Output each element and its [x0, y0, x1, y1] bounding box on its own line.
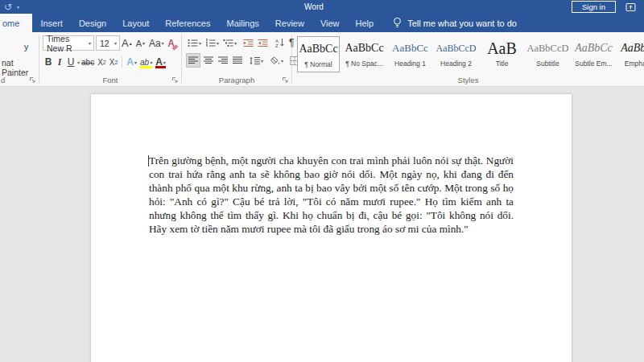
font-color-button[interactable]: A▾: [154, 55, 167, 69]
tab-view[interactable]: View: [312, 14, 348, 32]
ribbon-home: y nat Painter d Times New R ▾ 12 ▾ A▲ A▼…: [0, 32, 644, 87]
clear-formatting-button[interactable]: A: [166, 36, 177, 51]
line-spacing-button[interactable]: ▾: [248, 53, 265, 68]
paragraph-dialog-launcher-icon[interactable]: [282, 76, 289, 84]
chevron-down-icon: ▾: [86, 40, 93, 46]
chevron-down-icon: ▾: [112, 40, 119, 46]
chevron-down-icon: ▾: [217, 40, 219, 46]
tab-home[interactable]: ome: [0, 14, 32, 32]
ribbon-display-options-icon[interactable]: [625, 2, 636, 12]
paragraph-group-label: Paragraph: [182, 76, 291, 84]
style-normal[interactable]: AaBbCc ¶ Normal: [297, 36, 340, 72]
decrease-indent-button[interactable]: [242, 35, 255, 50]
chevron-down-icon: ▾: [199, 40, 201, 46]
quick-access-toolbar: ↺ ▾: [0, 2, 56, 12]
shading-button[interactable]: ▾: [268, 53, 285, 68]
superscript-button[interactable]: X2: [108, 55, 120, 69]
style-label: Subtitle: [526, 60, 569, 68]
subscript-button[interactable]: X2: [96, 55, 108, 69]
style-preview: AaBbCc: [389, 39, 431, 58]
document-page[interactable]: Trên giường bệnh, một người cha khuyên c…: [91, 94, 572, 362]
styles-group-label: Styles: [292, 76, 644, 84]
undo-icon[interactable]: ↺: [4, 2, 12, 12]
chevron-down-icon: ▾: [163, 60, 166, 65]
style-preview: AaBbCcD: [526, 39, 569, 58]
tab-layout[interactable]: Layout: [114, 14, 157, 32]
tab-review[interactable]: Review: [267, 14, 312, 32]
customize-qat-caret-icon[interactable]: ▾: [17, 4, 19, 10]
style-label: Subtle Em...: [572, 60, 615, 68]
font-name-combobox[interactable]: Times New R ▾: [43, 35, 94, 51]
style-subtitle[interactable]: AaBbCcD Subtitle: [526, 36, 569, 72]
multilevel-list-button[interactable]: ▾: [221, 35, 238, 50]
style-preview: AaBbCc: [298, 39, 339, 59]
font-dialog-launcher-icon[interactable]: [171, 76, 179, 84]
text-effects-button[interactable]: A▾: [125, 55, 138, 69]
group-paragraph: ▾ ▾ ▾ AZ ¶: [182, 32, 291, 86]
style-preview: AaBbCc: [572, 39, 615, 58]
align-left-button[interactable]: [186, 53, 200, 68]
style-preview: AaBbCc: [618, 39, 644, 58]
title-bar: ↺ ▾ Word Sign in: [0, 0, 644, 14]
sort-button[interactable]: AZ: [274, 35, 287, 50]
tab-mailings[interactable]: Mailings: [218, 14, 266, 32]
clipboard-dialog-launcher-icon[interactable]: [29, 76, 36, 84]
ribbon-tab-bar: ome Insert Design Layout References Mail…: [0, 14, 644, 32]
style-label: Heading 1: [389, 60, 431, 68]
change-case-button[interactable]: Aa▾: [147, 36, 166, 51]
copy-button[interactable]: y: [24, 42, 28, 51]
tab-insert[interactable]: Insert: [32, 14, 71, 32]
style-subtle-emphasis[interactable]: AaBbCc Subtle Em...: [572, 36, 615, 72]
tell-me-box[interactable]: Tell me what you want to do: [393, 14, 517, 32]
tell-me-label: Tell me what you want to do: [407, 19, 517, 28]
font-name-value: Times New R: [47, 34, 86, 53]
style-no-spacing[interactable]: AaBbCc ¶ No Spac...: [343, 36, 386, 72]
align-center-button[interactable]: [202, 53, 215, 68]
chevron-down-icon: ▾: [281, 58, 283, 64]
document-paragraph[interactable]: Trên giường bệnh, một người cha khuyên c…: [149, 154, 514, 236]
bold-button[interactable]: B: [43, 55, 54, 69]
style-preview: AaBbCcD: [435, 39, 477, 58]
style-heading-2[interactable]: AaBbCcD Heading 2: [435, 36, 477, 72]
document-area: Trên giường bệnh, một người cha khuyên c…: [0, 87, 644, 362]
style-preview: AaBbCc: [343, 39, 386, 58]
font-group-label: Font: [39, 76, 181, 84]
style-label: Title: [481, 60, 523, 68]
chevron-down-icon: ▾: [261, 58, 263, 64]
svg-text:A: A: [275, 39, 279, 43]
grow-font-button[interactable]: A▲: [120, 36, 134, 51]
tab-help[interactable]: Help: [348, 14, 382, 32]
justify-button[interactable]: [231, 53, 244, 68]
sign-in-button[interactable]: Sign in: [572, 1, 616, 13]
shrink-font-button[interactable]: A▼: [134, 36, 147, 51]
strikethrough-button[interactable]: abc: [80, 55, 96, 69]
chevron-down-icon: ▾: [162, 40, 164, 46]
style-label: Emphasis: [618, 60, 644, 68]
style-emphasis[interactable]: AaBbCc Emphasis: [618, 36, 644, 72]
style-preview: AaB: [481, 39, 523, 58]
increase-indent-button[interactable]: [256, 35, 270, 50]
app-title: Word: [56, 2, 572, 11]
chevron-down-icon: ▾: [150, 60, 152, 65]
tab-references[interactable]: References: [157, 14, 218, 32]
style-title[interactable]: AaB Title: [481, 36, 523, 72]
highlight-color-button[interactable]: ab▾: [138, 55, 154, 69]
group-clipboard: y nat Painter d: [0, 32, 39, 86]
font-size-combobox[interactable]: 12 ▾: [96, 35, 120, 51]
numbering-button[interactable]: ▾: [204, 35, 221, 50]
style-label: ¶ Normal: [298, 60, 339, 68]
group-font: Times New R ▾ 12 ▾ A▲ A▼ Aa▾ A B I U ▾ a…: [39, 32, 181, 86]
style-label: ¶ No Spac...: [343, 60, 386, 68]
underline-button[interactable]: U: [65, 55, 76, 69]
bullets-button[interactable]: ▾: [186, 35, 203, 50]
tab-design[interactable]: Design: [71, 14, 114, 32]
style-heading-1[interactable]: AaBbCc Heading 1: [389, 36, 431, 72]
align-right-button[interactable]: [217, 53, 229, 68]
format-painter-button[interactable]: nat Painter: [2, 58, 39, 77]
lightbulb-icon: [393, 17, 402, 29]
chevron-down-icon: ▾: [234, 40, 237, 46]
italic-button[interactable]: I: [54, 55, 65, 69]
style-label: Heading 2: [435, 60, 477, 68]
chevron-down-icon: ▾: [134, 60, 137, 65]
group-styles: AaBbCc ¶ Normal AaBbCc ¶ No Spac... AaBb…: [292, 32, 644, 86]
